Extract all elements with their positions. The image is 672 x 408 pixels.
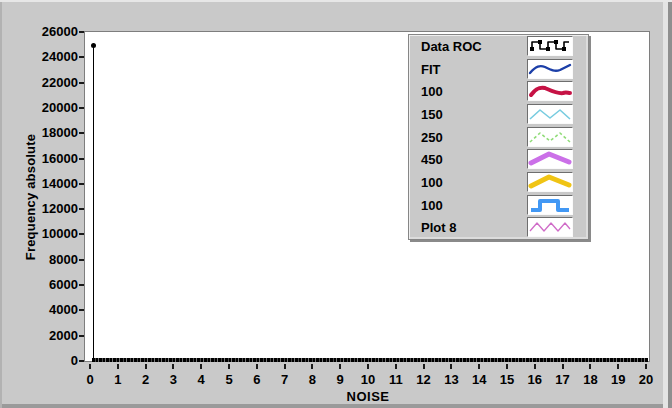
legend-row[interactable]: 150	[409, 104, 588, 127]
x-tick-label: 6	[253, 372, 260, 387]
legend-plot-style-icon[interactable]	[527, 59, 573, 79]
front-panel: Frequency absolute NOISE 020004000600080…	[0, 0, 672, 408]
legend-plot-style-icon[interactable]	[527, 127, 573, 147]
legend-label: 100	[421, 175, 443, 190]
x-tick-label: 20	[639, 372, 653, 387]
legend-row[interactable]: 450	[409, 149, 588, 172]
y-tick-label: 12000	[8, 202, 78, 216]
x-tick-label: 11	[389, 372, 403, 387]
y-tick-mark	[79, 360, 84, 362]
y-tick-label: 4000	[8, 303, 78, 317]
y-tick-label: 6000	[8, 278, 78, 292]
y-tick-mark	[79, 309, 84, 311]
legend-label: 450	[421, 152, 443, 167]
x-tick-label: 9	[337, 372, 344, 387]
legend-row[interactable]: Plot 8	[409, 217, 588, 240]
x-tick-mark	[339, 364, 341, 369]
x-tick-label: 10	[361, 372, 375, 387]
x-tick-mark	[617, 364, 619, 369]
y-tick-label: 16000	[8, 152, 78, 166]
x-tick-label: 8	[309, 372, 316, 387]
y-tick-mark	[79, 259, 84, 261]
legend-row[interactable]: FIT	[409, 59, 588, 82]
y-tick-mark	[79, 233, 84, 235]
x-tick-mark	[256, 364, 258, 369]
legend-label: 100	[421, 84, 443, 99]
x-tick-mark	[645, 364, 647, 369]
x-tick-label: 18	[583, 372, 597, 387]
legend-label: 250	[421, 130, 443, 145]
x-tick-mark	[589, 364, 591, 369]
y-tick-mark	[79, 132, 84, 134]
y-tick-mark	[79, 82, 84, 84]
legend-label: 150	[421, 107, 443, 122]
y-tick-label: 14000	[8, 177, 78, 191]
y-tick-label: 10000	[8, 227, 78, 241]
y-tick-label: 18000	[8, 126, 78, 140]
x-tick-label: 4	[198, 372, 205, 387]
x-tick-label: 19	[611, 372, 625, 387]
x-tick-mark	[478, 364, 480, 369]
legend-label: Data ROC	[421, 39, 482, 54]
data-spike-stem	[93, 45, 94, 361]
y-tick-label: 22000	[8, 76, 78, 90]
x-axis-title: NOISE	[347, 389, 390, 404]
y-tick-label: 20000	[8, 101, 78, 115]
x-tick-mark	[450, 364, 452, 369]
y-tick-mark	[79, 158, 84, 160]
y-tick-label: 0	[8, 354, 78, 368]
legend-row[interactable]: 100	[409, 81, 588, 104]
x-tick-label: 13	[444, 372, 458, 387]
x-tick-mark	[423, 364, 425, 369]
y-tick-mark	[79, 31, 84, 33]
x-tick-label: 16	[528, 372, 542, 387]
legend-plot-style-icon[interactable]	[527, 81, 573, 101]
x-tick-label: 3	[170, 372, 177, 387]
legend-row[interactable]: 250	[409, 127, 588, 150]
y-tick-label: 24000	[8, 50, 78, 64]
y-tick-mark	[79, 183, 84, 185]
legend-label: FIT	[421, 62, 441, 77]
x-tick-mark	[367, 364, 369, 369]
legend-plot-style-icon[interactable]	[527, 104, 573, 124]
x-tick-mark	[534, 364, 536, 369]
legend-row[interactable]: Data ROC	[409, 36, 588, 59]
x-tick-mark	[506, 364, 508, 369]
x-tick-mark	[311, 364, 313, 369]
x-tick-mark	[284, 364, 286, 369]
legend-label: 100	[421, 198, 443, 213]
legend-row[interactable]: 100	[409, 195, 588, 218]
legend-label: Plot 8	[421, 220, 456, 235]
legend-plot-style-icon[interactable]	[527, 36, 573, 56]
x-tick-mark	[117, 364, 119, 369]
legend-plot-style-icon[interactable]	[527, 195, 573, 215]
x-tick-label: 14	[472, 372, 486, 387]
x-tick-mark	[89, 364, 91, 369]
plot-legend[interactable]: Data ROCFIT100150250450100100Plot 8	[408, 34, 589, 240]
y-tick-mark	[79, 284, 84, 286]
x-tick-mark	[172, 364, 174, 369]
legend-plot-style-icon[interactable]	[527, 149, 573, 169]
x-tick-mark	[562, 364, 564, 369]
y-tick-mark	[79, 335, 84, 337]
data-point-marker	[91, 43, 96, 48]
x-tick-label: 7	[281, 372, 288, 387]
x-tick-mark	[200, 364, 202, 369]
y-tick-label: 8000	[8, 253, 78, 267]
y-tick-label: 2000	[8, 329, 78, 343]
x-tick-label: 0	[86, 372, 93, 387]
legend-plot-style-icon[interactable]	[527, 217, 573, 237]
legend-plot-style-icon[interactable]	[527, 172, 573, 192]
data-baseline	[92, 358, 648, 362]
y-tick-mark	[79, 107, 84, 109]
x-tick-label: 17	[555, 372, 569, 387]
legend-row[interactable]: 100	[409, 172, 588, 195]
y-tick-label: 26000	[8, 25, 78, 39]
x-tick-mark	[395, 364, 397, 369]
x-tick-label: 15	[500, 372, 514, 387]
x-tick-label: 5	[225, 372, 232, 387]
x-tick-mark	[145, 364, 147, 369]
y-tick-mark	[79, 56, 84, 58]
x-tick-mark	[228, 364, 230, 369]
y-tick-mark	[79, 208, 84, 210]
